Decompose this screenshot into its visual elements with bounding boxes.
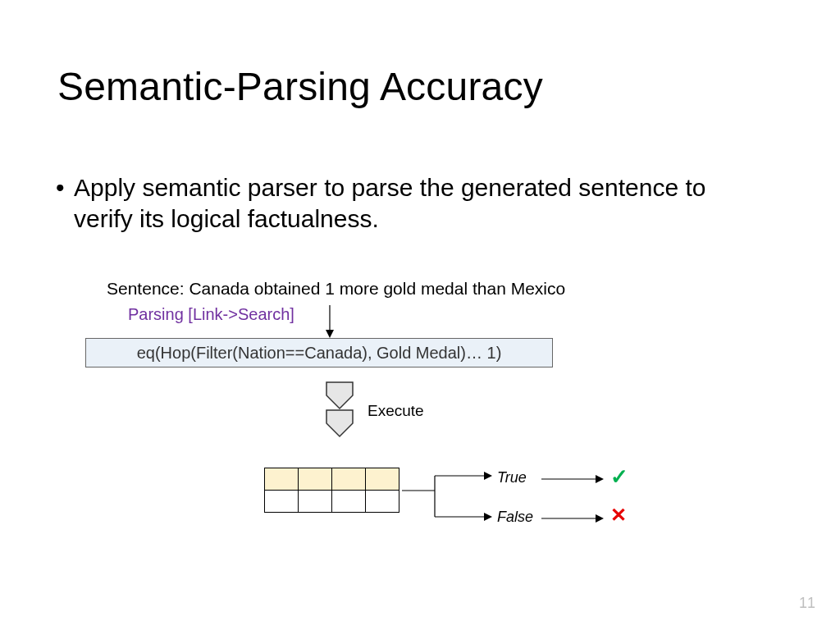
svg-marker-11	[596, 475, 604, 483]
cross-icon: ✕	[610, 504, 627, 527]
example-sentence: Sentence: Canada obtained 1 more gold me…	[107, 279, 565, 299]
branch-lines-icon	[402, 461, 500, 535]
false-label: False	[497, 509, 533, 526]
page-number: 11	[799, 595, 815, 612]
table-cell	[331, 468, 366, 491]
slide: Semantic-Parsing Accuracy • Apply semant…	[0, 0, 840, 630]
table-cell	[298, 468, 332, 491]
table-cell	[264, 468, 299, 491]
bullet-dot: •	[56, 172, 65, 203]
result-table	[264, 468, 399, 513]
svg-marker-13	[596, 514, 604, 523]
arrow-right-icon	[541, 471, 607, 487]
svg-marker-3	[326, 410, 353, 436]
table-cell	[365, 490, 399, 513]
arrow-right-icon	[541, 510, 607, 527]
bullet-item: • Apply semantic parser to parse the gen…	[74, 172, 746, 235]
slide-title: Semantic-Parsing Accuracy	[57, 64, 543, 109]
execute-label: Execute	[368, 402, 424, 420]
svg-marker-9	[484, 513, 492, 521]
table-cell	[331, 490, 366, 513]
execute-chevron-icon	[322, 377, 358, 459]
table-cell	[264, 490, 299, 513]
parsing-label: Parsing [Link->Search]	[128, 305, 294, 324]
check-icon: ✓	[610, 464, 628, 490]
svg-marker-7	[484, 472, 492, 480]
parsed-expression-box: eq(Hop(Filter(Nation==Canada), Gold Meda…	[85, 338, 553, 368]
bullet-text: Apply semantic parser to parse the gener…	[74, 174, 705, 232]
true-label: True	[497, 469, 527, 486]
svg-marker-1	[326, 330, 334, 338]
table-cell	[365, 468, 399, 491]
down-arrow-icon	[322, 304, 338, 340]
table-row	[264, 468, 399, 491]
table-row	[264, 490, 399, 513]
table-cell	[298, 490, 332, 513]
svg-marker-2	[326, 382, 353, 409]
